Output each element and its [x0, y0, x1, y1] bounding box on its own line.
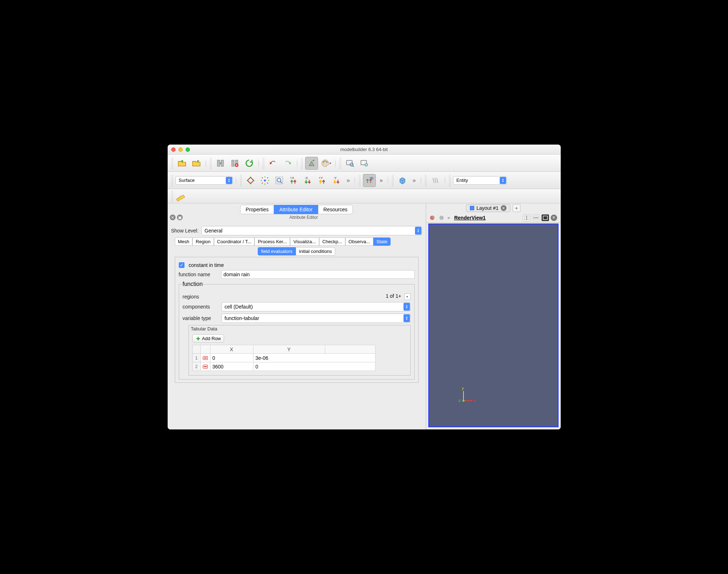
evaluator-frame: ✓ constant in time function name functio…: [175, 257, 419, 383]
split-vertical-icon[interactable]: [532, 214, 540, 221]
tab-field-evaluators[interactable]: field evaluators: [258, 247, 295, 255]
render-icon-b[interactable]: [438, 214, 445, 221]
grip-icon: [392, 175, 394, 186]
layout-tab-label: Layout #1: [476, 205, 499, 211]
cell-y-input[interactable]: [256, 354, 373, 361]
add-row-button[interactable]: Add Row: [192, 334, 224, 343]
view-minus-y-button[interactable]: -Y: [330, 174, 343, 187]
variable-type-label: variable type: [183, 315, 219, 321]
parallel-lines-button[interactable]: [429, 174, 442, 187]
function-name-label: function name: [179, 272, 218, 277]
surface-combo-value: Surface: [179, 178, 195, 183]
zoom-box-button[interactable]: [273, 174, 286, 187]
render-view-label[interactable]: RenderView1: [454, 215, 486, 221]
tab-properties[interactable]: Properties: [240, 205, 274, 214]
svg-point-24: [432, 216, 435, 218]
toolbar-overflow-icon[interactable]: »: [345, 177, 352, 184]
tabular-data-title: Tabular Data: [189, 325, 410, 332]
view-plus-x-button[interactable]: +X: [287, 174, 300, 187]
components-value: cell (Default): [225, 304, 253, 310]
render-view[interactable]: z: [428, 224, 559, 427]
plus-icon: [196, 336, 201, 341]
variable-type-value: function-tabular: [225, 315, 260, 321]
toggle-eye-axis-button[interactable]: [363, 174, 376, 187]
tab-mesh[interactable]: Mesh: [175, 237, 193, 246]
regions-dropdown-icon[interactable]: ▾: [404, 293, 411, 300]
tab-checkpoint[interactable]: Checkp...: [319, 237, 345, 246]
undo-button[interactable]: [267, 157, 280, 170]
entity-combo[interactable]: Entity: [453, 176, 507, 185]
toolbar-measure: [168, 189, 561, 203]
layout-tab[interactable]: Layout #1 ✕: [466, 204, 510, 212]
popout-panel-icon[interactable]: ▣: [177, 215, 183, 220]
color-palette-button[interactable]: ▾: [319, 157, 332, 170]
regions-label: regions: [183, 294, 199, 300]
reset-camera-button[interactable]: [244, 174, 257, 187]
server-disconnect-button[interactable]: [228, 157, 241, 170]
save-folder-button[interactable]: [190, 157, 203, 170]
tab-observation[interactable]: Observa...: [345, 237, 373, 246]
constant-in-time-checkbox[interactable]: ✓: [179, 262, 185, 268]
view-toolbar: » RenderView1 ✕: [426, 213, 561, 223]
main-area: Properties Attribute Editor Resources ✕ …: [168, 203, 561, 429]
toolbar-overflow-icon[interactable]: »: [410, 177, 418, 184]
find-data-button[interactable]: [344, 157, 356, 170]
svg-text:+Y: +Y: [318, 175, 323, 179]
redo-button[interactable]: [281, 157, 294, 170]
grip-icon: [339, 157, 341, 169]
view-minus-x-button[interactable]: -X: [302, 174, 314, 187]
function-name-input[interactable]: [221, 270, 415, 279]
close-layout-icon[interactable]: ✕: [501, 205, 507, 211]
components-select[interactable]: cell (Default): [221, 302, 411, 311]
tab-resources[interactable]: Resources: [318, 205, 353, 214]
maximize-view-icon[interactable]: [541, 214, 549, 221]
tab-attribute-editor[interactable]: Attribute Editor: [274, 205, 318, 214]
tab-initial-conditions[interactable]: initial conditions: [296, 247, 335, 255]
close-panel-icon[interactable]: ✕: [170, 215, 176, 220]
variable-type-select[interactable]: function-tabular: [221, 314, 411, 323]
cell-y-input[interactable]: [256, 363, 373, 370]
app-window: modelbuilder 6.3 64-bit: [168, 145, 561, 429]
svg-text:-Y: -Y: [333, 175, 337, 179]
ruler-button[interactable]: [174, 190, 187, 203]
main-tabs: Properties Attribute Editor Resources: [168, 203, 426, 214]
svg-point-21: [371, 178, 372, 179]
close-view-icon[interactable]: ✕: [551, 215, 557, 221]
components-label: components: [183, 304, 219, 310]
col-y-header: Y: [253, 345, 325, 354]
add-layout-button[interactable]: +: [513, 204, 521, 212]
reload-button[interactable]: [243, 157, 256, 170]
svg-point-8: [323, 163, 324, 165]
cell-x-input[interactable]: [213, 363, 251, 370]
col-x-header: X: [210, 345, 253, 354]
cell-x-input[interactable]: [213, 354, 251, 361]
cube-axes-button[interactable]: [396, 174, 409, 187]
grip-icon: [171, 175, 173, 186]
render-icon-a[interactable]: [428, 214, 436, 221]
delete-row-icon[interactable]: [203, 365, 208, 368]
open-folder-button[interactable]: [176, 157, 188, 170]
svg-rect-29: [533, 218, 538, 220]
split-horizontal-icon[interactable]: [523, 214, 531, 221]
tab-state[interactable]: State: [373, 237, 391, 246]
tab-coordinator[interactable]: Coordinator / T...: [214, 237, 255, 246]
show-level-value: General: [205, 228, 223, 234]
apply-button[interactable]: [305, 157, 318, 170]
svg-text:+X: +X: [290, 175, 294, 179]
tab-region[interactable]: Region: [192, 237, 214, 246]
entity-combo-value: Entity: [456, 178, 468, 183]
add-view-button[interactable]: [358, 157, 371, 170]
tab-visualization[interactable]: Visualiza...: [290, 237, 319, 246]
tab-process-kernel[interactable]: Process Ker...: [255, 237, 290, 246]
view-plus-y-button[interactable]: +Y: [316, 174, 329, 187]
svg-point-13: [264, 179, 266, 181]
toolbar-overflow-icon[interactable]: »: [377, 177, 385, 184]
show-level-select[interactable]: General: [201, 226, 422, 235]
surface-combo[interactable]: Surface: [176, 176, 233, 185]
delete-row-icon[interactable]: [203, 356, 208, 360]
zoom-to-data-button[interactable]: [258, 174, 271, 187]
server-connect-button[interactable]: [214, 157, 227, 170]
chevron-right-icon: »: [448, 215, 450, 220]
table-row: 1: [192, 354, 375, 362]
show-level-label: Show Level:: [171, 228, 199, 234]
